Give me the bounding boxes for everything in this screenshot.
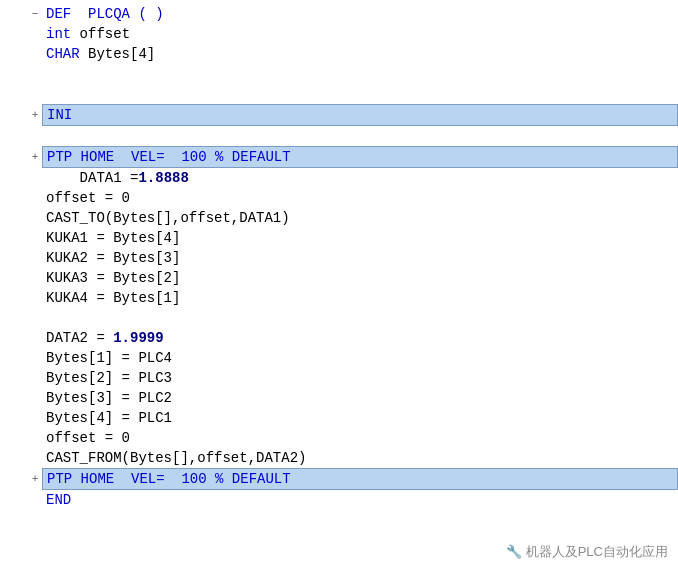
line-content-9: DATA1 =1.8888 bbox=[42, 168, 678, 188]
line-18: Bytes[1] = PLC4 bbox=[0, 348, 678, 368]
line-9: DATA1 =1.8888 bbox=[0, 168, 678, 188]
line-content-13: KUKA2 = Bytes[3] bbox=[42, 248, 678, 268]
line-6: + INI bbox=[0, 104, 678, 126]
watermark: 🔧 机器人及PLC自动化应用 bbox=[506, 543, 668, 561]
line-25: END bbox=[0, 490, 678, 510]
line-content-5 bbox=[42, 84, 678, 104]
line-content-17: DATA2 = 1.9999 bbox=[42, 328, 678, 348]
line-22: offset = 0 bbox=[0, 428, 678, 448]
collapse-1[interactable]: − bbox=[28, 4, 42, 24]
line-4 bbox=[0, 64, 678, 84]
line-12: KUKA1 = Bytes[4] bbox=[0, 228, 678, 248]
line-15: KUKA4 = Bytes[1] bbox=[0, 288, 678, 308]
line-20: Bytes[3] = PLC2 bbox=[0, 388, 678, 408]
line-3: CHAR Bytes[4] bbox=[0, 44, 678, 64]
line-content-22: offset = 0 bbox=[42, 428, 678, 448]
line-content-7 bbox=[42, 126, 678, 146]
line-11: CAST_TO(Bytes[],offset,DATA1) bbox=[0, 208, 678, 228]
line-content-24: PTP HOME VEL= 100 % DEFAULT bbox=[42, 468, 678, 490]
line-content-12: KUKA1 = Bytes[4] bbox=[42, 228, 678, 248]
line-24: + PTP HOME VEL= 100 % DEFAULT bbox=[0, 468, 678, 490]
code-editor: − DEF PLCQA ( ) int offset CHAR Bytes[4] bbox=[0, 0, 678, 569]
line-23: CAST_FROM(Bytes[],offset,DATA2) bbox=[0, 448, 678, 468]
line-content-6: INI bbox=[42, 104, 678, 126]
line-14: KUKA3 = Bytes[2] bbox=[0, 268, 678, 288]
line-content-15: KUKA4 = Bytes[1] bbox=[42, 288, 678, 308]
line-content-2: int offset bbox=[42, 24, 678, 44]
line-content-11: CAST_TO(Bytes[],offset,DATA1) bbox=[42, 208, 678, 228]
line-content-20: Bytes[3] = PLC2 bbox=[42, 388, 678, 408]
line-2: int offset bbox=[0, 24, 678, 44]
line-content-14: KUKA3 = Bytes[2] bbox=[42, 268, 678, 288]
line-10: offset = 0 bbox=[0, 188, 678, 208]
watermark-icon: 🔧 bbox=[506, 544, 526, 559]
code-area: − DEF PLCQA ( ) int offset CHAR Bytes[4] bbox=[0, 0, 678, 569]
line-21: Bytes[4] = PLC1 bbox=[0, 408, 678, 428]
collapse-8[interactable]: + bbox=[28, 147, 42, 167]
line-19: Bytes[2] = PLC3 bbox=[0, 368, 678, 388]
line-content-19: Bytes[2] = PLC3 bbox=[42, 368, 678, 388]
line-content-4 bbox=[42, 64, 678, 84]
line-content-8: PTP HOME VEL= 100 % DEFAULT bbox=[42, 146, 678, 168]
collapse-24[interactable]: + bbox=[28, 469, 42, 489]
line-7 bbox=[0, 126, 678, 146]
line-8: + PTP HOME VEL= 100 % DEFAULT bbox=[0, 146, 678, 168]
line-17: DATA2 = 1.9999 bbox=[0, 328, 678, 348]
line-16 bbox=[0, 308, 678, 328]
line-13: KUKA2 = Bytes[3] bbox=[0, 248, 678, 268]
line-1: − DEF PLCQA ( ) bbox=[0, 4, 678, 24]
line-5 bbox=[0, 84, 678, 104]
line-content-23: CAST_FROM(Bytes[],offset,DATA2) bbox=[42, 448, 678, 468]
line-content-10: offset = 0 bbox=[42, 188, 678, 208]
line-content-16 bbox=[42, 308, 678, 328]
line-content-21: Bytes[4] = PLC1 bbox=[42, 408, 678, 428]
line-content-25: END bbox=[42, 490, 678, 510]
line-content-1: DEF PLCQA ( ) bbox=[42, 4, 678, 24]
collapse-6[interactable]: + bbox=[28, 105, 42, 125]
line-content-18: Bytes[1] = PLC4 bbox=[42, 348, 678, 368]
line-content-3: CHAR Bytes[4] bbox=[42, 44, 678, 64]
watermark-text: 机器人及PLC自动化应用 bbox=[526, 544, 668, 559]
